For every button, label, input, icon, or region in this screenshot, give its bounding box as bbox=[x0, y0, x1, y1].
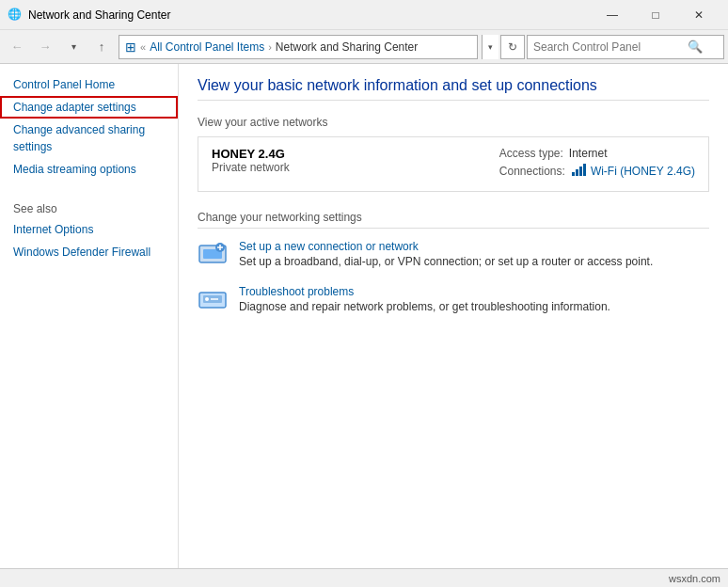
settings-item-new-connection: Set up a new connection or network Set u… bbox=[198, 240, 709, 270]
title-bar: 🌐 Network and Sharing Center — □ ✕ bbox=[0, 0, 728, 30]
sidebar-item-change-advanced-sharing[interactable]: Change advanced sharing settings bbox=[0, 119, 178, 158]
taskbar-watermark: wsxdn.com bbox=[669, 573, 720, 584]
search-button[interactable]: 🔍 bbox=[688, 40, 703, 54]
see-also-title: See also bbox=[0, 199, 178, 218]
troubleshoot-text: Troubleshoot problems Diagnose and repai… bbox=[239, 285, 610, 313]
search-input[interactable] bbox=[533, 40, 684, 54]
address-dropdown-button[interactable]: ▾ bbox=[482, 35, 499, 59]
close-button[interactable]: ✕ bbox=[677, 0, 720, 30]
wifi-icon bbox=[571, 163, 588, 179]
troubleshoot-desc: Diagnose and repair network problems, or… bbox=[239, 300, 610, 313]
connections-link-text: Wi-Fi (HONEY 2.4G) bbox=[591, 165, 695, 178]
svg-rect-1 bbox=[576, 169, 578, 176]
search-box[interactable]: 🔍 bbox=[527, 35, 724, 59]
connections-link[interactable]: Wi-Fi (HONEY 2.4G) bbox=[571, 163, 695, 179]
network-left: HONEY 2.4G Private network bbox=[212, 147, 290, 174]
new-connection-desc: Set up a broadband, dial-up, or VPN conn… bbox=[239, 255, 653, 268]
recent-locations-button[interactable]: ▾ bbox=[60, 34, 87, 60]
taskbar: wsxdn.com bbox=[0, 568, 728, 587]
svg-rect-3 bbox=[583, 164, 586, 176]
page-heading: View your basic network information and … bbox=[198, 77, 709, 101]
sidebar-item-windows-defender-firewall[interactable]: Windows Defender Firewall bbox=[0, 241, 178, 263]
network-type: Private network bbox=[212, 161, 290, 174]
refresh-button[interactable]: ↻ bbox=[500, 35, 525, 59]
window-icon: 🌐 bbox=[8, 8, 23, 23]
networking-settings-title: Change your networking settings bbox=[198, 211, 709, 229]
access-type-row: Access type: Internet bbox=[499, 147, 695, 160]
forward-button[interactable]: → bbox=[32, 34, 58, 60]
network-info-right: Access type: Internet Connections: bbox=[499, 147, 695, 182]
networking-settings-section: Change your networking settings Set up a… bbox=[198, 211, 709, 315]
main-container: Control Panel Home Change adapter settin… bbox=[0, 64, 728, 587]
breadcrumb-sep-2: › bbox=[268, 41, 272, 53]
maximize-button[interactable]: □ bbox=[634, 0, 677, 30]
sidebar-item-internet-options[interactable]: Internet Options bbox=[0, 218, 178, 241]
svg-rect-2 bbox=[579, 167, 582, 176]
troubleshoot-icon bbox=[198, 285, 228, 315]
access-type-label: Access type: bbox=[499, 147, 563, 160]
new-connection-icon bbox=[198, 240, 228, 270]
sidebar-item-change-adapter-settings[interactable]: Change adapter settings bbox=[0, 96, 178, 119]
sidebar-item-media-streaming[interactable]: Media streaming options bbox=[0, 158, 178, 181]
control-panel-icon: ⊞ bbox=[125, 40, 136, 55]
breadcrumb-current: Network and Sharing Center bbox=[276, 40, 418, 54]
content-area: View your basic network information and … bbox=[179, 64, 728, 587]
connections-label: Connections: bbox=[499, 165, 565, 178]
window-controls: — □ ✕ bbox=[591, 0, 720, 30]
network-name: HONEY 2.4G bbox=[212, 147, 290, 161]
active-networks-title: View your active networks bbox=[198, 116, 709, 129]
breadcrumb-sep-1: « bbox=[140, 41, 146, 53]
address-bar: ← → ▾ ↑ ⊞ « All Control Panel Items › Ne… bbox=[0, 30, 728, 64]
minimize-button[interactable]: — bbox=[591, 0, 634, 30]
up-button[interactable]: ↑ bbox=[88, 34, 115, 60]
sidebar-item-control-panel-home[interactable]: Control Panel Home bbox=[0, 73, 178, 96]
sidebar: Control Panel Home Change adapter settin… bbox=[0, 64, 179, 587]
window-title: Network and Sharing Center bbox=[28, 8, 170, 22]
svg-point-13 bbox=[205, 297, 209, 301]
troubleshoot-link[interactable]: Troubleshoot problems bbox=[239, 285, 610, 298]
see-also-section: See also Internet Options Windows Defend… bbox=[0, 199, 178, 263]
access-type-value: Internet bbox=[569, 147, 608, 160]
network-card: HONEY 2.4G Private network Access type: … bbox=[198, 136, 709, 192]
breadcrumb-all-control-panel[interactable]: All Control Panel Items bbox=[150, 40, 264, 54]
address-field[interactable]: ⊞ « All Control Panel Items › Network an… bbox=[119, 35, 478, 59]
new-connection-link[interactable]: Set up a new connection or network bbox=[239, 240, 653, 253]
back-button[interactable]: ← bbox=[4, 34, 30, 60]
new-connection-text: Set up a new connection or network Set u… bbox=[239, 240, 653, 268]
svg-rect-0 bbox=[572, 172, 575, 176]
settings-item-troubleshoot: Troubleshoot problems Diagnose and repai… bbox=[198, 285, 709, 315]
connections-row: Connections: Wi-Fi (HONEY 2.4G) bbox=[499, 163, 695, 179]
